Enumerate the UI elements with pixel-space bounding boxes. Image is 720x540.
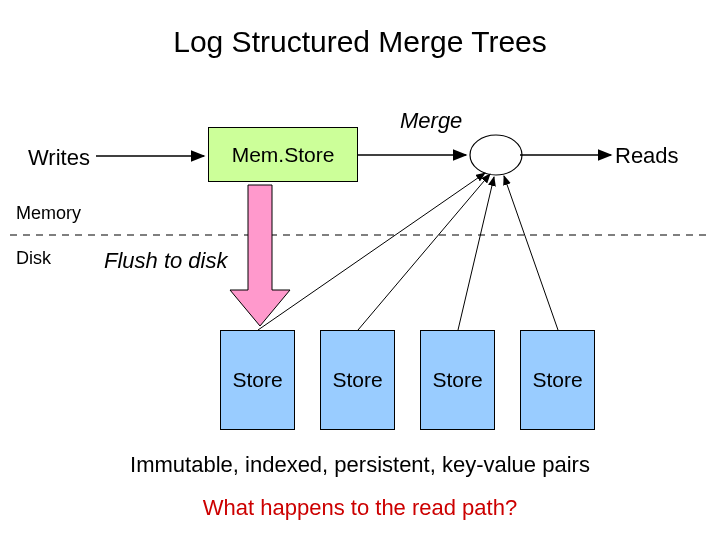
store-box-1: Store — [220, 330, 295, 430]
svg-marker-1 — [230, 185, 290, 326]
memory-label: Memory — [16, 203, 81, 224]
disk-label: Disk — [16, 248, 51, 269]
store3-to-oval — [458, 177, 494, 330]
flush-label: Flush to disk — [104, 248, 228, 274]
slide-title: Log Structured Merge Trees — [0, 25, 720, 59]
reads-label: Reads — [615, 143, 679, 169]
writes-label: Writes — [28, 145, 90, 171]
caption-immutable: Immutable, indexed, persistent, key-valu… — [0, 452, 720, 478]
merge-label: Merge — [400, 108, 462, 134]
flush-arrow-icon — [230, 185, 290, 326]
store-box-4: Store — [520, 330, 595, 430]
store4-to-oval — [504, 176, 558, 330]
store1-to-oval — [258, 173, 485, 330]
caption-question: What happens to the read path? — [0, 495, 720, 521]
merge-oval — [470, 135, 522, 175]
store2-to-oval — [358, 174, 490, 330]
memstore-box: Mem.Store — [208, 127, 358, 182]
store-box-2: Store — [320, 330, 395, 430]
store-box-3: Store — [420, 330, 495, 430]
